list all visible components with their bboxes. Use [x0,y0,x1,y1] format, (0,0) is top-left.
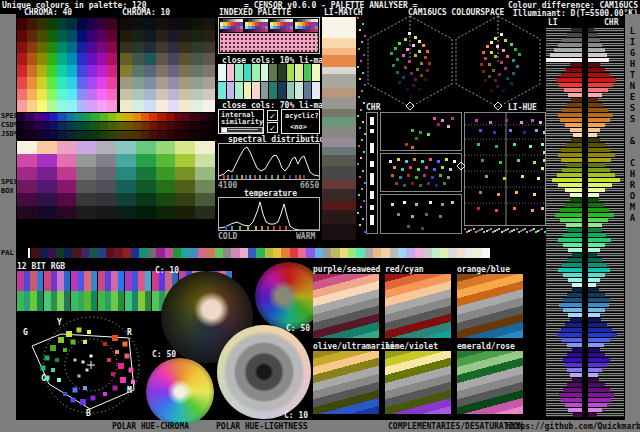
lightness-chroma-histogram[interactable] [546,28,624,418]
chr-bar [588,178,620,182]
data-point [516,65,519,68]
map-cell [77,53,87,65]
map-cell [27,65,37,77]
map-cell [17,100,27,112]
li-match-band [322,97,356,108]
spec-box-map [17,141,215,232]
data-point [424,56,427,59]
pal-strip [31,248,490,258]
data-point [490,41,493,44]
map-cell [96,180,116,193]
scale-bar [370,117,374,125]
swatch [261,64,269,81]
data-point [66,331,72,337]
map-cell [179,53,191,65]
map-cell [191,89,203,101]
data-point [91,396,96,401]
side-letter: L [626,26,639,37]
data-point [531,209,534,212]
slider-thumb[interactable] [222,128,227,132]
map-cell [76,206,96,219]
data-point [396,71,399,74]
map-cell [76,141,96,154]
spectral-xmin: 4100 [218,181,237,190]
match-dot [359,176,361,178]
chr-bar [588,38,600,42]
data-point [453,160,456,163]
map-cell [97,65,107,77]
map-cell [136,219,156,232]
map-cell [47,100,57,112]
li-bar [566,68,582,72]
li-bar [572,348,582,352]
pal-cursor[interactable] [28,248,30,258]
ramp-block [295,19,318,32]
similarity-checkbox-2[interactable]: ✓ [267,122,278,133]
data-point [227,175,229,179]
acyclic-value[interactable]: <no> [290,123,307,132]
data-point [416,68,419,71]
swatch [227,82,235,99]
rug-dot [473,228,475,230]
data-point [420,74,423,77]
swatch [131,248,139,258]
data-point [509,129,512,132]
map-cell [47,53,57,65]
map-cell [76,154,96,167]
swatch [108,122,116,130]
similarity-slider[interactable] [221,127,263,133]
data-point [418,40,421,43]
li-bar [565,323,582,327]
data-point [404,66,407,69]
li-bar [572,378,582,382]
acyclic-question: acyclic? [285,112,319,121]
data-point [421,160,424,163]
swatch [81,248,89,258]
li-match-band [322,74,356,87]
data-point [514,48,517,51]
map-cell [168,42,180,54]
data-point [515,191,518,194]
swatch [17,131,25,139]
data-point [435,184,438,187]
rgb12-cell [118,271,125,291]
hist-li-label: LI [548,18,558,27]
swatch [182,131,190,139]
data-point [479,129,482,132]
data-point [391,174,394,177]
swatch [432,248,440,258]
data-point [529,145,532,148]
rug-dot [516,228,518,230]
swatch [58,122,66,130]
map-cell [87,100,97,112]
match-dot [361,41,363,43]
data-point [415,137,418,140]
li-bar [561,398,582,402]
map-cell [195,219,215,232]
similarity-checkbox-1[interactable]: ✓ [267,110,278,121]
swatch [83,131,91,139]
footer-polar-hue-chroma: POLAR HUE-CHROMA [112,422,189,431]
swatch [116,113,124,121]
chr-scale[interactable] [366,112,378,234]
data-point [78,375,81,378]
match-dot [361,139,363,141]
data-point [421,227,424,230]
map-cell [191,18,203,30]
comp-panel-orange-blue [457,274,523,338]
data-point [403,201,406,204]
rgb12-cell [64,271,71,291]
footer-github-url[interactable]: https://github.com/Quickmarble/censor [506,422,640,431]
chr-bar [588,283,596,287]
li-hue-cursor-diamond[interactable] [457,162,465,170]
swatch [287,64,295,81]
data-point [247,226,249,230]
csd-strip [17,122,215,130]
ramp-block [220,19,243,32]
gamut-polygon [32,334,134,409]
map-cell [156,180,176,193]
data-point [407,225,410,228]
chr-bar [588,183,612,187]
internal-similarity-box: internal similarity [218,109,264,134]
swatch [190,248,198,258]
